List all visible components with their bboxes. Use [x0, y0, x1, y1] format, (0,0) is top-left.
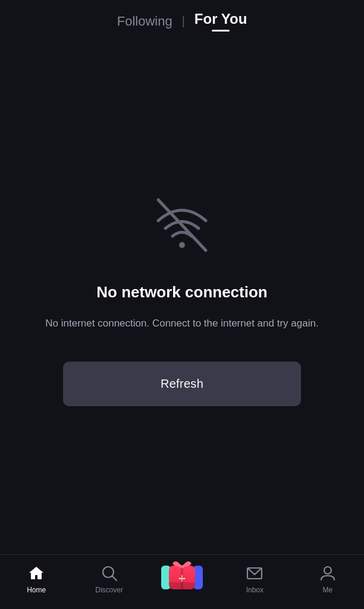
inbox-icon — [245, 564, 264, 583]
error-subtitle: No internet connection. Connect to the i… — [45, 316, 318, 331]
nav-item-home[interactable]: Home — [12, 564, 60, 594]
me-label: Me — [322, 586, 332, 594]
inbox-label: Inbox — [246, 586, 263, 594]
tab-for-you[interactable]: For You — [187, 11, 254, 32]
no-network-icon — [146, 188, 218, 259]
home-label: Home — [27, 586, 46, 594]
profile-icon — [318, 564, 337, 583]
main-content: No network connection No internet connec… — [0, 40, 364, 554]
bottom-navigation: Home Discover — [0, 554, 364, 609]
nav-divider: | — [182, 14, 185, 28]
error-title: No network connection — [96, 283, 267, 302]
nav-item-inbox[interactable]: Inbox — [231, 564, 278, 594]
tab-following[interactable]: Following — [110, 14, 180, 29]
nav-item-add[interactable]: + — [158, 563, 206, 595]
svg-point-6 — [324, 567, 331, 574]
nav-item-me[interactable]: Me — [304, 564, 352, 594]
refresh-button[interactable]: Refresh — [63, 362, 301, 406]
home-icon — [27, 564, 46, 583]
discover-icon — [100, 564, 119, 583]
discover-label: Discover — [95, 586, 123, 594]
nav-item-discover[interactable]: Discover — [86, 564, 133, 594]
svg-line-3 — [112, 576, 117, 580]
svg-point-0 — [179, 242, 185, 248]
top-navigation: Following | For You — [0, 0, 364, 40]
